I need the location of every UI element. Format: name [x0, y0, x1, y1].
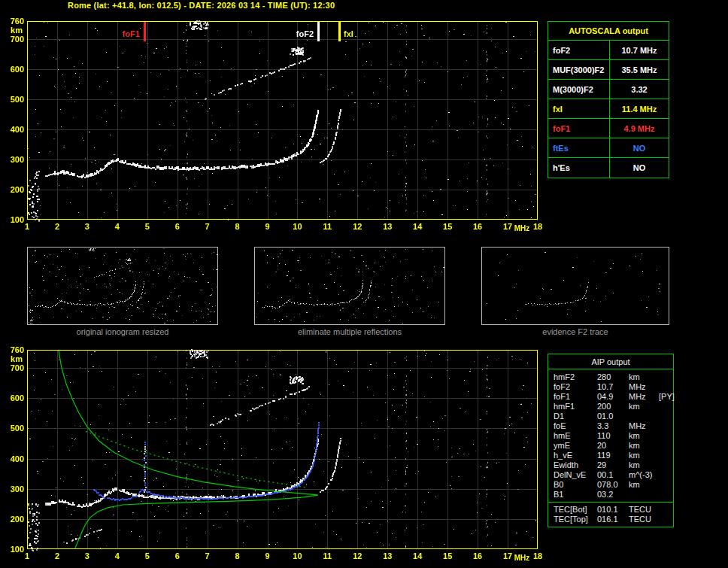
param-value: 29	[597, 460, 629, 470]
table-row: ymE20km	[548, 441, 673, 451]
aip-output-table: AIP output hmF2280km foF210.7MHz foF104.…	[548, 354, 674, 527]
table-row: MUF(3000)F2 35.5 MHz	[548, 60, 669, 80]
autoscala-output-table: AUTOSCALA output foF2 10.7 MHz MUF(3000)…	[548, 21, 669, 178]
param-value: 016.1	[597, 515, 629, 524]
table-row: ftEs NO	[548, 138, 669, 158]
param-name: DelN_vE	[554, 470, 597, 480]
autoscala-table-title: AUTOSCALA output	[548, 22, 669, 41]
param-label: MUF(3000)F2	[548, 60, 609, 80]
param-extra	[659, 382, 673, 392]
param-value: 20	[597, 441, 629, 451]
param-unit: TECU	[629, 515, 659, 524]
thumbnail-evidence-f2-trace	[481, 247, 669, 325]
param-extra	[659, 490, 673, 500]
param-unit: km	[629, 480, 659, 490]
table-row: foF2 10.7 MHz	[548, 41, 669, 60]
param-value: 04.9	[597, 392, 629, 402]
param-extra	[659, 470, 673, 480]
param-unit: MHz	[629, 382, 659, 392]
param-name: hmE	[554, 431, 597, 441]
param-unit: km	[629, 451, 659, 460]
param-extra	[659, 441, 673, 451]
autoscala-app-window: Rome (lat: +41.8, lon: 012.5) - DATE: 20…	[0, 0, 728, 568]
table-row: foF1 4.9 MHz	[548, 119, 669, 138]
param-unit: km	[629, 431, 659, 441]
param-name: foF2	[554, 382, 597, 392]
param-value: NO	[609, 138, 669, 158]
param-unit: km	[629, 402, 659, 412]
param-unit: TECU	[629, 505, 659, 515]
param-value: 119	[597, 451, 629, 460]
thumbnail-caption: evidence F2 trace	[481, 327, 669, 336]
param-name: ymE	[554, 441, 597, 451]
param-unit	[629, 490, 659, 500]
bottom-ionogram-chart-with-profile	[0, 341, 543, 568]
param-unit: MHz	[629, 392, 659, 402]
aip-table-title: AIP output	[548, 354, 673, 369]
param-name: D1	[554, 412, 597, 421]
table-row: hmF1200km	[548, 402, 673, 412]
table-row: foF104.9MHz[PY]	[548, 392, 673, 402]
param-label: M(3000)F2	[548, 80, 609, 99]
aip-tec-section: TEC[Bot]010.1TECU TEC[Top]016.1TECU	[548, 502, 673, 527]
param-unit: km	[629, 441, 659, 451]
param-value: 03.2	[597, 490, 629, 500]
thumbnail-original-ionogram	[27, 247, 218, 325]
table-row: hmE110km	[548, 431, 673, 441]
param-value: NO	[609, 158, 669, 178]
param-extra	[659, 372, 673, 382]
param-name: foF1	[554, 392, 597, 402]
param-unit: m^(-3)	[629, 470, 659, 480]
param-label: foF1	[548, 119, 609, 138]
param-extra	[659, 412, 673, 421]
param-label: fxI	[548, 99, 609, 119]
param-name: h_vE	[554, 451, 597, 460]
table-row: TEC[Bot]010.1TECU	[548, 505, 673, 515]
param-value: 10.7 MHz	[609, 41, 669, 60]
param-extra	[659, 421, 673, 431]
param-name: TEC[Bot]	[554, 505, 597, 515]
table-row: foF210.7MHz	[548, 382, 673, 392]
thumbnail-caption: original ionogram resized	[27, 327, 218, 336]
param-unit	[629, 412, 659, 421]
top-ionogram-chart	[0, 12, 543, 238]
param-unit: km	[629, 460, 659, 470]
table-row: foE3.3MHz	[548, 421, 673, 431]
table-row: h'Es NO	[548, 158, 669, 178]
table-row: h_vE119km	[548, 451, 673, 460]
table-row: Ewidth29km	[548, 460, 673, 470]
param-value: 35.5 MHz	[609, 60, 669, 80]
param-name: hmF1	[554, 402, 597, 412]
param-label: foF2	[548, 41, 609, 60]
param-extra: [PY]	[659, 392, 675, 402]
table-row: B0078.0km	[548, 480, 673, 490]
param-name: B0	[554, 480, 597, 490]
param-value: 01.0	[597, 412, 629, 421]
aip-rows: hmF2280km foF210.7MHz foF104.9MHz[PY] hm…	[548, 369, 673, 502]
param-label: h'Es	[548, 158, 609, 178]
thumbnail-caption: eliminate multiple reflections	[254, 327, 445, 336]
param-name: foE	[554, 421, 597, 431]
table-row: fxI 11.4 MHz	[548, 99, 669, 119]
thumbnail-eliminate-reflections	[254, 247, 445, 325]
param-value: 280	[597, 372, 629, 382]
param-name: Ewidth	[554, 460, 597, 470]
param-value: 200	[597, 402, 629, 412]
param-extra	[659, 460, 673, 470]
param-extra	[659, 431, 673, 441]
param-value: 110	[597, 431, 629, 441]
param-value: 00.1	[597, 470, 629, 480]
param-name: B1	[554, 490, 597, 500]
page-title: Rome (lat: +41.8, lon: 012.5) - DATE: 20…	[68, 1, 335, 10]
param-value: 11.4 MHz	[609, 99, 669, 119]
param-value: 3.32	[609, 80, 669, 99]
param-value: 010.1	[597, 505, 629, 515]
param-unit: MHz	[629, 421, 659, 431]
param-label: ftEs	[548, 138, 609, 158]
param-value: 078.0	[597, 480, 629, 490]
table-row: D101.0	[548, 412, 673, 421]
param-name: TEC[Top]	[554, 515, 597, 524]
table-row: DelN_vE00.1m^(-3)	[548, 470, 673, 480]
table-row: B103.2	[548, 490, 673, 500]
param-value: 4.9 MHz	[609, 119, 669, 138]
